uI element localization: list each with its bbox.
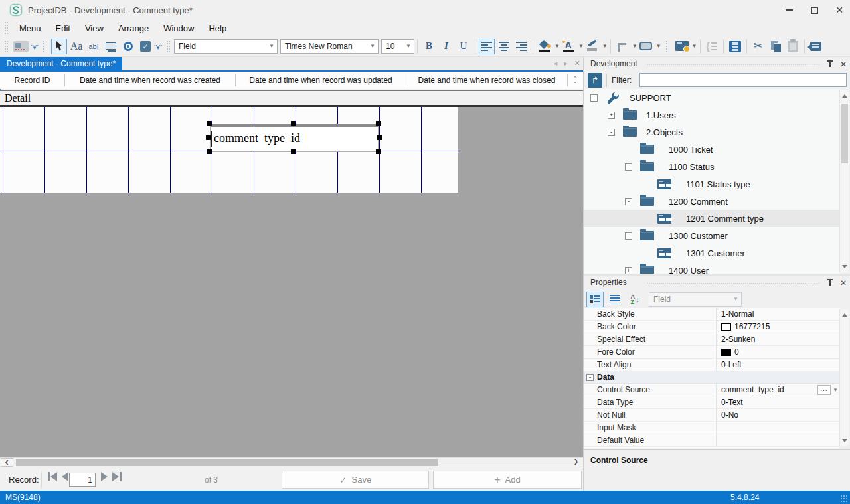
tree-item-1300-customer[interactable]: - 1300 Customer bbox=[584, 227, 840, 244]
chevron-down-icon[interactable]: ▼ bbox=[632, 43, 638, 49]
tree-item-1200-comment[interactable]: - 1200 Comment bbox=[584, 193, 840, 210]
scroll-left-button[interactable]: ❮ bbox=[1, 458, 13, 467]
selection-handle-mid-right[interactable] bbox=[377, 135, 382, 140]
tree-item-1400-user[interactable]: + 1400 User bbox=[584, 262, 840, 274]
toolbar-grip[interactable] bbox=[4, 21, 8, 35]
shape-style-button[interactable] bbox=[638, 39, 654, 54]
property-row-input-mask[interactable]: Input Mask bbox=[584, 422, 840, 434]
chevron-down-icon[interactable]: ▼ bbox=[602, 43, 608, 49]
property-row-data-type[interactable]: Data Type 0-Text bbox=[584, 396, 840, 409]
tab-scroll-left-icon[interactable]: ◂ bbox=[554, 59, 558, 68]
menu-item-edit[interactable]: Edit bbox=[48, 21, 78, 35]
highlight-button[interactable] bbox=[584, 39, 600, 54]
toolbar-grip[interactable] bbox=[42, 40, 46, 53]
italic-button[interactable]: I bbox=[438, 39, 454, 54]
bold-button[interactable]: B bbox=[421, 39, 437, 54]
close-panel-icon[interactable]: ✕ bbox=[840, 60, 847, 68]
form-properties-button[interactable] bbox=[674, 39, 690, 54]
comment-button[interactable] bbox=[808, 39, 824, 54]
selection-handle-top-center[interactable] bbox=[291, 121, 296, 126]
toolbar-grip[interactable] bbox=[166, 40, 170, 53]
tree-item-objects[interactable]: - 2.Objects bbox=[584, 124, 840, 141]
menu-item-menu[interactable]: Menu bbox=[12, 21, 48, 35]
expander-icon[interactable]: - bbox=[608, 129, 615, 136]
radio-tool-button[interactable] bbox=[120, 39, 136, 54]
menu-item-window[interactable]: Window bbox=[156, 21, 201, 35]
font-size-select[interactable]: 10 ▼ bbox=[381, 39, 414, 54]
chevron-down-icon[interactable]: ▼ bbox=[578, 43, 584, 49]
expander-icon[interactable]: - bbox=[625, 163, 632, 171]
list-view-button[interactable] bbox=[606, 292, 624, 307]
scroll-right-button[interactable]: ❯ bbox=[570, 458, 582, 467]
detail-section-bar[interactable]: Detail bbox=[0, 90, 583, 107]
tree-item-users[interactable]: + 1.Users bbox=[584, 106, 840, 124]
close-button[interactable]: ✕ bbox=[834, 5, 845, 15]
property-row-back-color[interactable]: Back Color 16777215 bbox=[584, 321, 840, 333]
column-header-created[interactable]: Date and time when record was created bbox=[65, 74, 236, 86]
last-record-button[interactable] bbox=[112, 472, 122, 481]
button-tool-button[interactable] bbox=[103, 39, 119, 54]
minimize-button[interactable] bbox=[784, 5, 794, 15]
select-pointer-button[interactable] bbox=[51, 39, 67, 54]
control-type-select[interactable]: Field ▼ bbox=[174, 39, 278, 54]
toolbar-overflow-icon[interactable]: ⌄⌄▾ bbox=[31, 43, 39, 50]
expander-icon[interactable]: + bbox=[625, 267, 632, 274]
property-category-data[interactable]: - Data bbox=[584, 371, 840, 384]
tab-close-icon[interactable]: ✕ bbox=[574, 59, 580, 68]
design-grid[interactable]: comment_type_id bbox=[0, 107, 458, 193]
scroll-up-icon[interactable] bbox=[842, 94, 847, 98]
fill-color-button[interactable] bbox=[537, 39, 552, 54]
sort-az-button[interactable]: AZ↓ bbox=[626, 292, 643, 307]
align-right-button[interactable] bbox=[513, 39, 529, 54]
tree-item-1100-status[interactable]: - 1100 Status bbox=[584, 158, 840, 175]
toolbar-grip[interactable] bbox=[665, 40, 669, 53]
maximize-button[interactable] bbox=[809, 5, 819, 15]
property-row-text-align[interactable]: Text Align 0-Left bbox=[584, 359, 840, 371]
tree-item-1000-ticket[interactable]: 1000 Ticket bbox=[584, 141, 840, 158]
column-header-closed[interactable]: Date and time when record was closed bbox=[406, 74, 568, 86]
scrollbar-thumb[interactable] bbox=[841, 104, 848, 163]
textbox-tool-button[interactable]: ab| bbox=[86, 39, 102, 54]
tab-scroll-right-icon[interactable]: ▸ bbox=[564, 59, 568, 68]
property-row-not-null[interactable]: Not Null 0-No bbox=[584, 409, 840, 422]
label-tool-button[interactable]: Aa bbox=[68, 39, 84, 54]
font-color-button[interactable]: A bbox=[560, 39, 576, 54]
structure-button[interactable]: { bbox=[704, 39, 720, 54]
property-row-default-value[interactable]: Default Value bbox=[584, 434, 840, 447]
next-record-button[interactable] bbox=[101, 472, 108, 481]
menu-item-arrange[interactable]: Arrange bbox=[111, 21, 156, 35]
selection-handle-bottom-center[interactable] bbox=[291, 149, 296, 154]
tab-development-comment-type[interactable]: Development - Comment type* bbox=[0, 57, 122, 70]
expander-icon[interactable]: - bbox=[625, 198, 632, 205]
tree-item-1101-status-type[interactable]: 1101 Status type bbox=[584, 175, 840, 193]
selection-handle-bottom-left[interactable] bbox=[207, 149, 212, 154]
ellipsis-button[interactable]: ... bbox=[817, 385, 831, 395]
property-object-select[interactable]: Field ▼ bbox=[649, 292, 742, 307]
filter-input[interactable] bbox=[639, 73, 847, 87]
property-grid-scrollbar[interactable] bbox=[839, 309, 849, 446]
property-row-back-style[interactable]: Back Style 1-Normal bbox=[584, 308, 840, 321]
record-number-input[interactable] bbox=[69, 473, 96, 487]
align-left-button[interactable] bbox=[479, 39, 495, 54]
property-row-control-source[interactable]: Control Source comment_type_id ... ▼ bbox=[584, 384, 840, 396]
close-panel-icon[interactable]: ✕ bbox=[840, 279, 847, 287]
property-row-fore-color[interactable]: Fore Color 0 bbox=[584, 346, 840, 359]
pin-icon[interactable] bbox=[827, 60, 833, 68]
toolbar-overflow-icon[interactable]: ⌄⌄▾ bbox=[154, 43, 162, 50]
chevron-down-icon[interactable]: ▼ bbox=[692, 43, 697, 49]
cut-button[interactable]: ✂ bbox=[750, 39, 766, 54]
report-picture-button[interactable] bbox=[13, 39, 30, 54]
property-row-special-effect[interactable]: Special Effect 2-Sunken bbox=[584, 333, 840, 346]
align-center-button[interactable] bbox=[496, 39, 512, 54]
column-header-updated[interactable]: Date and time when record was updated bbox=[236, 74, 406, 86]
border-style-button[interactable] bbox=[614, 39, 630, 54]
selection-handle-top-left[interactable] bbox=[207, 121, 212, 126]
save-record-button[interactable]: ✓ Save bbox=[282, 471, 429, 489]
scrollbar-thumb[interactable] bbox=[16, 459, 438, 466]
tree-item-support[interactable]: - SUPPORT bbox=[584, 89, 840, 106]
scroll-up-icon[interactable] bbox=[842, 313, 847, 317]
previous-record-button[interactable] bbox=[62, 472, 68, 481]
horizontal-scrollbar[interactable]: ❮ ❯ bbox=[0, 457, 583, 467]
add-record-button[interactable]: + Add bbox=[433, 471, 582, 489]
tree-scrollbar[interactable] bbox=[839, 90, 849, 272]
